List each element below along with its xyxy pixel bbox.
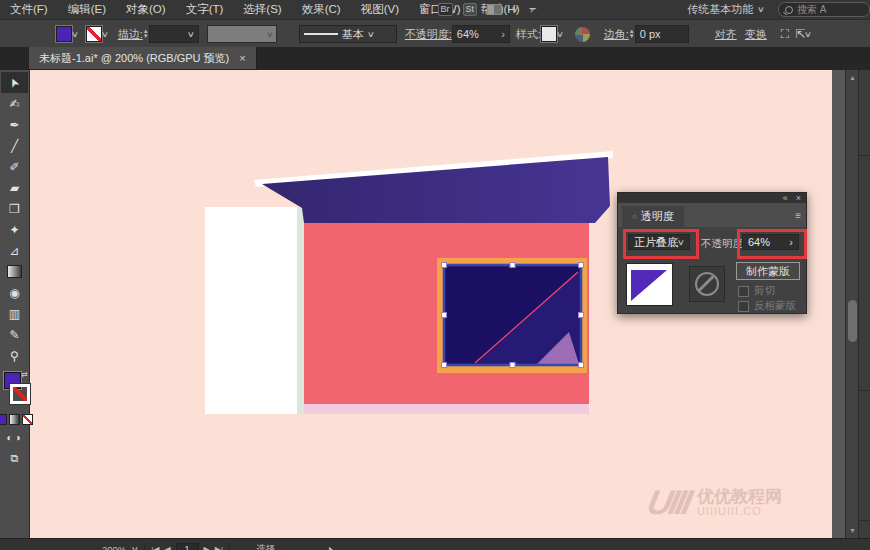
artboard-number-field[interactable]: 1 xyxy=(176,543,199,550)
chevron-down-icon[interactable]: ∨ xyxy=(71,30,79,39)
panel-group-bar: « × xyxy=(618,193,806,203)
chevron-down-icon[interactable]: ∨ xyxy=(556,30,564,39)
zoom-level[interactable]: 200% xyxy=(102,544,126,550)
corner-field[interactable]: 0 px xyxy=(635,25,689,43)
corner-value: 0 px xyxy=(640,28,661,40)
line-segment-tool[interactable]: ╱ xyxy=(1,135,28,156)
close-tab-icon[interactable]: × xyxy=(239,52,245,64)
arrange-documents-icon[interactable] xyxy=(487,4,502,15)
panel-menu-icon[interactable]: ≡ xyxy=(795,210,801,221)
clip-label: 剪切 xyxy=(754,284,775,298)
symbol-sprayer-tool[interactable]: ◉ xyxy=(1,282,28,303)
variable-width-profile-dropdown[interactable]: ∨ xyxy=(207,25,277,43)
menu-view[interactable]: 视图(V) xyxy=(351,0,409,19)
menu-file[interactable]: 文件(F) xyxy=(0,0,58,19)
menu-type[interactable]: 文字(T) xyxy=(176,0,234,19)
bridge-icon[interactable]: Br xyxy=(438,3,453,16)
color-button[interactable] xyxy=(0,414,7,425)
brush-definition-dropdown[interactable]: 基本 ∨ xyxy=(299,25,397,43)
swap-fill-stroke-icon[interactable]: ⇄ xyxy=(21,370,28,379)
paintbrush-tool[interactable]: ✐ xyxy=(1,156,28,177)
style-swatch[interactable] xyxy=(541,26,557,42)
opacity-label[interactable]: 不透明度: xyxy=(405,27,452,42)
opacity-value: 64% xyxy=(457,28,479,40)
search-placeholder: 搜索 A xyxy=(797,3,826,17)
zoom-tool-icon: ⚲ xyxy=(10,349,19,363)
recolor-artwork-icon[interactable] xyxy=(575,27,590,42)
isolate-selection-icon[interactable]: ⛶ xyxy=(781,27,789,41)
fill-stroke-indicator[interactable]: ⇄ xyxy=(1,370,28,412)
stroke-weight-label[interactable]: 描边: xyxy=(118,27,143,42)
first-artboard-icon[interactable]: |◀ xyxy=(151,545,159,550)
puppet-warp-tool[interactable]: ✦ xyxy=(1,219,28,240)
none-button[interactable] xyxy=(22,414,33,425)
menu-select[interactable]: 选择(S) xyxy=(233,0,291,19)
watermark-title: 优优教程网 xyxy=(697,488,782,506)
gradient-tool[interactable] xyxy=(1,261,28,282)
last-artboard-icon[interactable]: ▶| xyxy=(215,545,223,550)
align-link[interactable]: 对齐 xyxy=(715,27,737,42)
blend-mode-highlight-box xyxy=(623,229,699,259)
stroke-weight-field[interactable]: ∨ xyxy=(149,25,199,43)
pencil-tool[interactable]: ✎ xyxy=(1,324,28,345)
stroke-proxy[interactable] xyxy=(10,384,30,404)
gradient-button[interactable] xyxy=(9,414,20,425)
collapse-panel-icon[interactable]: « xyxy=(783,194,788,203)
watermark-site: UIIIUIII.CO xyxy=(697,506,782,518)
selection-tool[interactable]: ➤ xyxy=(1,72,28,93)
share-icon[interactable]: ➣ xyxy=(526,2,539,17)
transform-link[interactable]: 变换 xyxy=(745,27,767,42)
curvature-tool-icon: ✍ xyxy=(9,97,19,111)
building-column[interactable] xyxy=(205,207,297,414)
document-tab[interactable]: 未标题-1.ai* @ 200% (RGB/GPU 预览) × xyxy=(29,47,257,69)
corner-label[interactable]: 边角: xyxy=(604,27,629,42)
column-graph-tool[interactable]: ▥ xyxy=(1,303,28,324)
fill-color-swatch[interactable] xyxy=(56,26,72,42)
chevron-down-icon[interactable]: ∨ xyxy=(511,5,519,14)
stock-icon[interactable]: St xyxy=(463,3,478,16)
search-input[interactable]: 搜索 A xyxy=(778,2,870,17)
transparency-tab[interactable]: ○ 透明度 xyxy=(622,206,684,227)
perspective-grid-tool[interactable]: ⊿ xyxy=(1,240,28,261)
object-thumbnail[interactable] xyxy=(626,263,673,306)
opacity-field[interactable]: 64% › xyxy=(452,25,510,43)
scrollbar-thumb[interactable] xyxy=(848,300,857,342)
mask-thumbnail-placeholder[interactable] xyxy=(689,266,725,302)
screen-mode-button[interactable]: ⧉ xyxy=(1,448,28,469)
next-artboard-icon[interactable]: ▶ xyxy=(204,545,210,550)
tools-panel: ➤ ✍ ✒ ╱ ✐ ▰ ❐ ✦ ⊿ ◉ ▥ ✎ ⚲ ⇄ ◐◑ ⧉ xyxy=(0,70,30,550)
stroke-color-swatch[interactable] xyxy=(86,26,102,42)
status-bar: 200% ∨ |◀ ◀ 1 ▶ ▶| 选择 ➤ xyxy=(0,538,870,550)
chevron-down-icon[interactable]: ∨ xyxy=(804,30,812,39)
menu-object[interactable]: 对象(O) xyxy=(116,0,176,19)
thumbnail-shape xyxy=(631,270,667,301)
scale-tool-icon: ❐ xyxy=(9,202,20,216)
panel-tab-row: ○ 透明度 ≡ xyxy=(618,203,806,227)
close-panel-icon[interactable]: × xyxy=(796,194,801,203)
building-column-edge xyxy=(297,207,304,414)
building-base-strip[interactable] xyxy=(304,404,589,414)
panel-dock[interactable] xyxy=(858,48,870,550)
prev-artboard-icon[interactable]: ◀ xyxy=(164,545,170,550)
zoom-tool[interactable]: ⚲ xyxy=(1,345,28,366)
watermark-logo: UIII xyxy=(644,483,693,522)
make-mask-button[interactable]: 制作蒙版 xyxy=(736,262,800,280)
menu-edit[interactable]: 编辑(E) xyxy=(58,0,116,19)
eraser-tool[interactable]: ▰ xyxy=(1,177,28,198)
menu-effect[interactable]: 效果(C) xyxy=(292,0,351,19)
vertical-scrollbar[interactable]: ▲ ▼ xyxy=(845,70,859,538)
pen-tool[interactable]: ✒ xyxy=(1,114,28,135)
clip-checkbox[interactable] xyxy=(738,286,749,297)
watermark: UIII 优优教程网 UIIIUIII.CO xyxy=(648,483,782,522)
brush-name: 基本 xyxy=(342,27,364,42)
clip-checkbox-row: 剪切 xyxy=(738,284,775,298)
drawing-modes-button[interactable]: ◐◑ xyxy=(1,427,28,448)
invert-mask-checkbox[interactable] xyxy=(738,301,749,312)
chevron-down-icon[interactable]: ∨ xyxy=(101,30,109,39)
workspace-switcher[interactable]: 传统基本功能 ∨ xyxy=(687,2,768,17)
scale-tool[interactable]: ❐ xyxy=(1,198,28,219)
document-tab-bar: 未标题-1.ai* @ 200% (RGB/GPU 预览) × xyxy=(0,47,870,70)
curvature-tool[interactable]: ✍ xyxy=(1,93,28,114)
brush-stroke-preview xyxy=(304,33,338,35)
chevron-down-icon[interactable]: ∨ xyxy=(131,545,139,550)
